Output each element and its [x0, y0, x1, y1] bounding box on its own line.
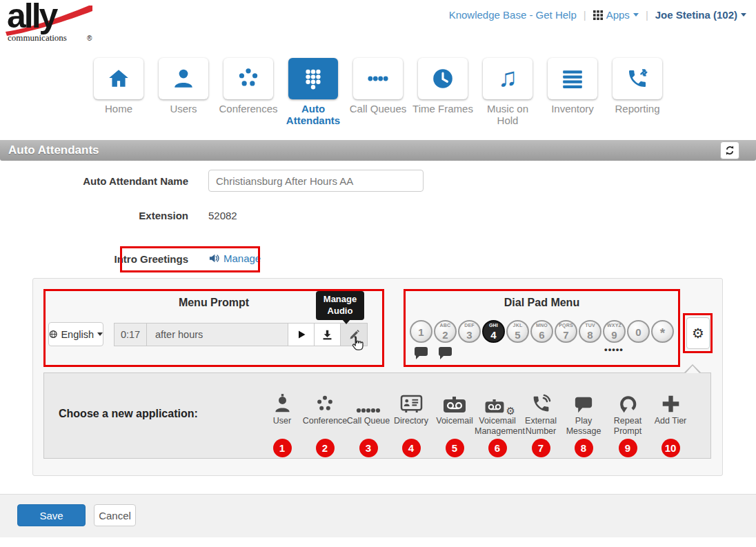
dialpad-key-7[interactable]: PQRS7	[555, 320, 577, 343]
app-option-external-number[interactable]: External Number 7	[518, 386, 564, 457]
nav-item-call-queues[interactable]: Call Queues	[353, 58, 403, 99]
voicemail-management-app-icon	[484, 399, 505, 414]
call-queue-app-icon	[356, 407, 381, 414]
audio-duration: 0:17	[115, 324, 147, 346]
dialpad-key-3[interactable]: DEF3	[458, 320, 481, 343]
app-badge-8: 8	[575, 439, 593, 457]
chevron-down-icon	[97, 332, 103, 339]
intro-greetings-label: Intro Greetings	[30, 253, 188, 265]
key-ellipsis-indicator: •••••	[593, 344, 635, 355]
app-option-voicemail-management[interactable]: ⚙ Voicemail Management 6	[475, 386, 520, 457]
dialpad-key-5[interactable]: JKL5	[506, 320, 529, 343]
dial-pad-settings-button[interactable]: ⚙	[686, 317, 710, 349]
strip-notch	[686, 366, 699, 373]
apps-label: Apps	[606, 9, 630, 21]
music-note-icon: ♫	[498, 64, 518, 90]
extension-label: Extension	[30, 210, 188, 221]
top-links: Knowledge Base - Get Help | Apps | Joe S…	[449, 9, 746, 21]
app-badge-1: 1	[273, 439, 292, 457]
divider: |	[584, 9, 586, 21]
logo-sub-text: communications	[8, 32, 67, 43]
nav-item-reporting[interactable]: Reporting	[613, 58, 662, 99]
assigned-app-bubble-key1	[415, 347, 428, 356]
ally-logo: ally communications ®	[4, 1, 108, 51]
users-icon	[172, 67, 195, 90]
play-message-app-icon	[574, 396, 593, 414]
dial-pad-title: Dial Pad Menu	[404, 297, 680, 309]
cancel-button[interactable]: Cancel	[94, 504, 136, 526]
play-icon	[297, 330, 306, 339]
app-badge-2: 2	[316, 439, 335, 457]
app-option-conference[interactable]: Conference 2	[302, 386, 348, 457]
logo-registered-mark: ®	[87, 34, 92, 42]
app-badge-5: 5	[446, 439, 464, 457]
home-icon	[107, 67, 130, 90]
external-number-app-icon	[531, 394, 551, 414]
audio-player: 0:17 after hours	[114, 323, 368, 346]
logo-brand-text: ally	[7, 0, 56, 36]
auto-attendants-page: ally communications ® Knowledge Base - G…	[0, 0, 756, 547]
refresh-button[interactable]	[720, 141, 739, 159]
dialpad-key-2[interactable]: ABC2	[434, 320, 457, 343]
dialpad-key-0[interactable]: 0	[627, 320, 650, 343]
gear-icon: ⚙	[692, 325, 704, 341]
nav-item-music-on-hold[interactable]: ♫ Music on Hold	[483, 58, 533, 99]
refresh-icon	[724, 145, 735, 156]
audio-name: after hours	[147, 324, 288, 346]
add-tier-plus-icon	[661, 394, 681, 414]
phone-report-icon	[626, 68, 648, 90]
dial-pad-keys: 1 ABC2 DEF3 GHI4 JKL5 MNO6 PQRS7 TUV8 WX…	[410, 320, 674, 343]
call-queues-icon	[366, 67, 390, 90]
knowledge-base-link[interactable]: Knowledge Base - Get Help	[449, 9, 577, 21]
chevron-down-icon	[741, 13, 746, 19]
app-badge-4: 4	[402, 439, 421, 457]
manage-audio-tooltip: Manage Audio	[316, 291, 364, 320]
nav-item-time-frames[interactable]: Time Frames	[418, 58, 468, 99]
nav-item-users[interactable]: Users	[159, 58, 208, 99]
app-option-user[interactable]: User 1	[259, 386, 305, 457]
app-badge-3: 3	[359, 439, 378, 457]
user-app-icon	[273, 394, 292, 414]
conferences-icon	[237, 67, 260, 90]
app-option-add-tier[interactable]: Add Tier 10	[648, 386, 693, 457]
language-dropdown[interactable]: English	[48, 322, 103, 346]
intro-greetings-manage-link[interactable]: Manage	[208, 252, 261, 264]
app-option-call-queue[interactable]: Call Queue 3	[346, 386, 391, 457]
page-title-bar: Auto Attendants	[0, 140, 756, 161]
auto-attendant-name-input[interactable]	[208, 170, 424, 192]
dialpad-key-4-selected[interactable]: GHI4	[482, 320, 505, 343]
chevron-down-icon	[633, 13, 639, 19]
apps-menu[interactable]: Apps	[593, 9, 639, 21]
conference-app-icon	[315, 395, 335, 414]
list-icon	[561, 67, 584, 90]
app-option-directory[interactable]: Directory 4	[388, 386, 434, 457]
directory-app-icon	[400, 394, 423, 414]
dialpad-key-8[interactable]: TUV8	[579, 320, 601, 343]
gear-icon: ⚙	[506, 406, 515, 416]
speaker-icon	[208, 252, 220, 264]
dialpad-key-6[interactable]: MNO6	[530, 320, 553, 343]
dialpad-key-star[interactable]: *	[651, 320, 674, 343]
main-nav: Home Users Conferences Auto Attendants C…	[94, 58, 662, 99]
manage-label: Manage	[223, 252, 261, 264]
download-button[interactable]	[315, 324, 341, 346]
nav-item-inventory[interactable]: Inventory	[548, 58, 597, 99]
auto-attendant-name-label: Auto Attendant Name	[30, 175, 188, 187]
pencil-icon	[348, 329, 360, 341]
dialpad-key-9[interactable]: WXYZ9	[603, 320, 626, 343]
nav-item-home[interactable]: Home	[94, 58, 143, 99]
app-option-voicemail[interactable]: Voicemail 5	[432, 386, 477, 457]
page-title: Auto Attendants	[8, 140, 99, 161]
choose-application-label: Choose a new application:	[59, 408, 198, 420]
app-option-repeat-prompt[interactable]: Repeat Prompt 9	[605, 386, 650, 457]
nav-item-auto-attendants[interactable]: Auto Attendants	[288, 58, 338, 99]
save-button[interactable]: Save	[17, 504, 86, 526]
play-button[interactable]	[288, 324, 315, 346]
user-menu[interactable]: Joe Stetina (102)	[655, 9, 746, 21]
dialpad-key-1[interactable]: 1	[410, 320, 432, 343]
assigned-app-bubble-key2	[439, 347, 452, 356]
user-name-label: Joe Stetina (102)	[655, 9, 737, 21]
app-option-play-message[interactable]: Play Message 8	[561, 386, 606, 457]
edit-audio-button[interactable]	[341, 324, 367, 346]
nav-item-conferences[interactable]: Conferences	[223, 58, 273, 99]
